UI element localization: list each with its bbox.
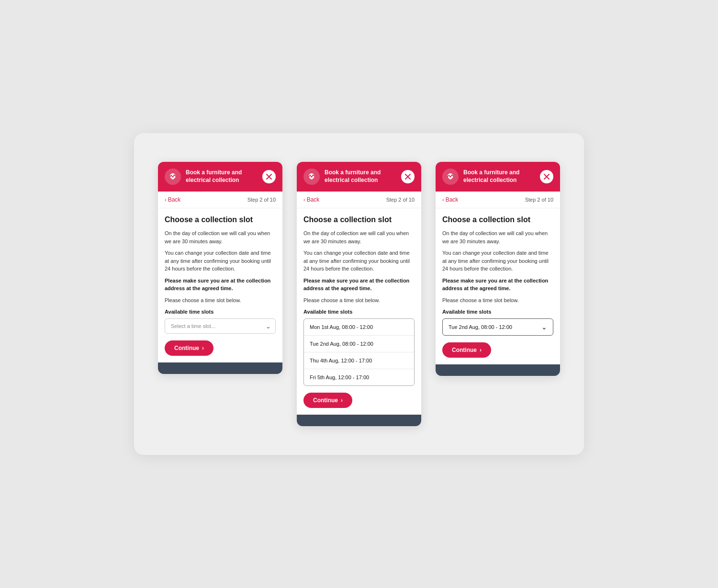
card-1-body: Choose a collection slot On the day of c… (158, 208, 282, 363)
card-3-header-title: Book a furniture and electrical collecti… (463, 169, 540, 184)
card-2-para4: Please choose a time slot below. (303, 296, 415, 305)
card-3-continue-button[interactable]: Continue › (442, 342, 491, 358)
card-1-footer (158, 362, 282, 374)
card-1-nav: ‹ Back Step 2 of 10 (158, 192, 282, 208)
card-1: Book a furniture and electrical collecti… (158, 162, 282, 374)
card-3-continue-chevron-icon: › (480, 347, 482, 353)
card-1-close-button[interactable] (262, 170, 276, 183)
card-2-continue-chevron-icon: › (341, 397, 343, 404)
card-2-step-info: Step 2 of 10 (386, 197, 415, 203)
card-3-para4: Please choose a time slot below. (442, 296, 553, 305)
slot-option-4[interactable]: Fri 5th Aug, 12:00 - 17:00 (304, 369, 414, 385)
back-chevron-icon: ‹ (165, 197, 167, 203)
card-2-slots-label: Available time slots (303, 309, 415, 315)
card-3-step-info: Step 2 of 10 (525, 197, 553, 203)
card-2-para2: You can change your collection date and … (303, 249, 415, 273)
card-3-selected-value: Tue 2nd Aug, 08:00 - 12:00 (449, 324, 512, 330)
card-2-section-title: Choose a collection slot (303, 215, 415, 225)
card-2-nav: ‹ Back Step 2 of 10 (297, 192, 421, 208)
card-3-para2: You can change your collection date and … (442, 249, 553, 273)
card-3-section-title: Choose a collection slot (442, 215, 553, 225)
card-1-step-info: Step 2 of 10 (247, 197, 276, 203)
card-1-back-button[interactable]: ‹ Back (165, 196, 180, 203)
card-2-back-chevron-icon: ‹ (303, 197, 305, 203)
card-3-footer (436, 364, 560, 376)
continue-chevron-icon: › (202, 345, 204, 351)
card-2-header: Book a furniture and electrical collecti… (297, 162, 421, 192)
header-left: Book a furniture and electrical collecti… (165, 169, 262, 185)
card-1-header: Book a furniture and electrical collecti… (158, 162, 282, 192)
card-3-header: Book a furniture and electrical collecti… (436, 162, 560, 192)
card-2-continue-button[interactable]: Continue › (303, 393, 352, 408)
card-2-body: Choose a collection slot On the day of c… (297, 208, 421, 415)
card-2-slot-dropdown: Mon 1st Aug, 08:00 - 12:00 Tue 2nd Aug, … (303, 318, 415, 386)
card-3-body: Choose a collection slot On the day of c… (436, 208, 560, 365)
brand-logo-icon (165, 169, 181, 185)
card-2-header-title: Book a furniture and electrical collecti… (325, 169, 401, 184)
card-3-close-button[interactable] (540, 170, 553, 183)
card-1-select-wrapper: Select a time slot... Mon 1st Aug, 08:00… (165, 318, 276, 334)
slot-option-3[interactable]: Thu 4th Aug, 12:00 - 17:00 (304, 352, 414, 369)
card-3-para3: Please make sure you are at the collecti… (442, 277, 553, 293)
card-1-para3: Please make sure you are at the collecti… (165, 277, 276, 293)
card-1-header-title: Book a furniture and electrical collecti… (186, 169, 262, 184)
card-3-back-button[interactable]: ‹ Back (442, 196, 458, 203)
card-2-brand-logo-icon (303, 169, 320, 185)
card-1-para4: Please choose a time slot below. (165, 296, 276, 305)
card-3-select-chevron-icon: ⌄ (541, 323, 547, 331)
card-3-brand-logo-icon (442, 169, 459, 185)
slot-option-2[interactable]: Tue 2nd Aug, 08:00 - 12:00 (304, 336, 414, 352)
card-3: Book a furniture and electrical collecti… (436, 162, 560, 376)
card-2-header-left: Book a furniture and electrical collecti… (303, 169, 401, 185)
card-1-para1: On the day of collection we will call yo… (165, 229, 276, 245)
card-2-para3: Please make sure you are at the collecti… (303, 277, 415, 293)
card-3-header-left: Book a furniture and electrical collecti… (442, 169, 540, 185)
card-3-para1: On the day of collection we will call yo… (442, 229, 553, 245)
card-2-close-button[interactable] (401, 170, 415, 183)
card-1-continue-button[interactable]: Continue › (165, 340, 213, 356)
card-3-selected-slot[interactable]: Tue 2nd Aug, 08:00 - 12:00 ⌄ (442, 318, 553, 336)
card-2-para1: On the day of collection we will call yo… (303, 229, 415, 245)
card-1-time-slot-select[interactable]: Select a time slot... Mon 1st Aug, 08:00… (165, 318, 276, 334)
card-2: Book a furniture and electrical collecti… (297, 162, 421, 427)
card-3-nav: ‹ Back Step 2 of 10 (436, 192, 560, 208)
card-1-section-title: Choose a collection slot (165, 215, 276, 225)
card-3-back-chevron-icon: ‹ (442, 197, 444, 203)
slot-option-1[interactable]: Mon 1st Aug, 08:00 - 12:00 (304, 319, 414, 336)
card-3-slots-label: Available time slots (442, 309, 553, 315)
card-1-para2: You can change your collection date and … (165, 249, 276, 273)
outer-container: Book a furniture and electrical collecti… (134, 133, 584, 455)
card-2-back-button[interactable]: ‹ Back (303, 196, 319, 203)
card-2-footer (297, 415, 421, 426)
card-1-slots-label: Available time slots (165, 309, 276, 315)
